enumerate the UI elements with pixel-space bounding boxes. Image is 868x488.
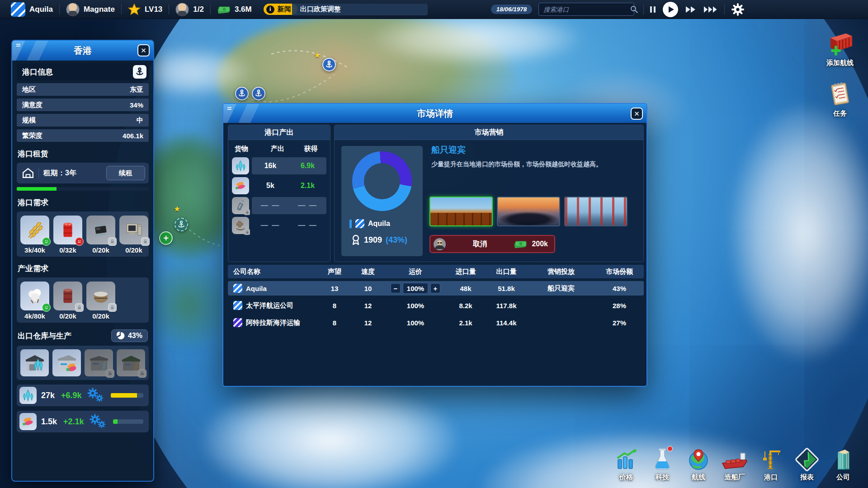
good-tile-microchip[interactable] (86, 216, 115, 244)
port-anchor-marker[interactable] (252, 87, 265, 100)
add-route-button[interactable]: 添加航线 (819, 30, 861, 67)
news-badge-label: 新闻 (278, 5, 291, 14)
output-row-bottle: — —— — (228, 196, 330, 216)
port-upgrade-marker[interactable]: + (159, 231, 173, 245)
managers-widget[interactable]: 1/2 (175, 3, 204, 16)
close-icon[interactable]: ✕ (631, 108, 643, 120)
divider (643, 5, 644, 14)
company-widget[interactable]: Aquila (0, 2, 53, 17)
dialog-header[interactable]: 市场详情 ✕ (223, 104, 646, 123)
campaign-title: 船只迎宾 (431, 144, 466, 156)
close-icon[interactable]: ✕ (137, 44, 150, 56)
port-anchor-marker[interactable] (235, 87, 249, 100)
marketing-header: 市场营销 (335, 125, 643, 140)
top-bar: Aquila Magnate LV13 1/2 3.6M i 新闻 出口政策调整… (0, 0, 868, 19)
renew-lease-button[interactable]: 续租 (106, 166, 145, 180)
production-gears-icon[interactable] (89, 414, 107, 429)
chart-legend: Aquila (349, 219, 390, 228)
bottom-toolbar: 价格 科技 航线 造船厂 (611, 448, 858, 482)
output-row-crystal: 16k6.9k (228, 156, 330, 176)
search-icon[interactable] (630, 5, 638, 13)
campaign-image-containers[interactable] (429, 197, 493, 226)
lease-term: 租期：3年 (43, 169, 102, 178)
drag-handle-icon[interactable] (16, 44, 20, 47)
toolbar-label: 报表 (792, 473, 822, 482)
happy-badge-icon (42, 237, 51, 246)
wheat-icon (25, 220, 45, 240)
industry-demand-box: 4k/80k 0/20k (17, 277, 149, 323)
legend-color-bar (349, 220, 352, 228)
tasks-label: 任务 (819, 109, 861, 118)
market-share-card: Aquila 1909 (43%) (341, 146, 423, 256)
rank-widget[interactable]: Magnate (66, 3, 115, 16)
market-share-donut-chart (352, 151, 412, 211)
good-tile-wheat[interactable] (20, 216, 49, 244)
toolbar-label: 造船厂 (720, 473, 750, 482)
toolbar-routes[interactable]: 航线 (684, 448, 713, 482)
divider (210, 5, 211, 14)
good-tile-computer[interactable] (119, 216, 148, 244)
port-anchor-marker[interactable] (322, 58, 336, 71)
company-logo-icon (355, 219, 364, 228)
output-columns: 货物产出获得 (228, 140, 330, 156)
good-tile-cotton[interactable] (20, 282, 49, 310)
building-textile-factory[interactable] (52, 349, 81, 376)
campaign-image-cranes[interactable] (564, 197, 627, 226)
export-section-label: 出口仓库与生产 (18, 331, 71, 341)
drag-handle-icon[interactable] (227, 107, 231, 110)
toolbar-prices[interactable]: 价格 (611, 448, 641, 482)
industry-demand-section-label: 产业需求 (18, 263, 148, 274)
toolbar-tech[interactable]: 科技 (647, 448, 677, 482)
toolbar-ports[interactable]: 港口 (756, 448, 786, 482)
good-tile-oil-barrel[interactable] (53, 216, 82, 244)
good-tile-oil-barrel[interactable] (53, 282, 82, 310)
play-button[interactable] (663, 2, 678, 17)
toolbar-shipyard[interactable]: 造船厂 (720, 448, 750, 482)
port-output-box: 港口产出 货物产出获得 16k6.9k 5k2.1k — —— — (228, 125, 330, 262)
table-row-aquila[interactable]: Aquila 13 10 − 100% + 48k 51.8k 船只迎宾 43% (228, 281, 644, 296)
price-decrease-button[interactable]: − (391, 283, 401, 293)
play-icon (669, 6, 674, 13)
building-crystal-warehouse[interactable] (20, 349, 49, 376)
demand-value: 4k/80k (20, 312, 49, 320)
building-locked[interactable] (85, 349, 113, 376)
export-percent-button[interactable]: 43% (111, 329, 148, 342)
good-tile-food-bowl[interactable] (86, 282, 115, 310)
crystal-icon (232, 157, 249, 174)
computer-icon (124, 220, 144, 240)
production-gears-icon[interactable] (86, 388, 104, 403)
building-locked[interactable] (117, 349, 145, 376)
cloud (373, 11, 581, 66)
campaign-image-ship-sunset[interactable] (497, 197, 560, 226)
fastest-forward-button[interactable] (703, 6, 718, 13)
money-widget[interactable]: 3.6M (217, 5, 252, 14)
search-input[interactable] (539, 6, 630, 13)
toolbar-company[interactable]: 公司 (828, 448, 858, 482)
price-increase-button[interactable]: + (430, 283, 440, 293)
warehouse-icon (22, 168, 34, 178)
settings-gear-icon[interactable] (731, 3, 745, 16)
fast-forward-button[interactable] (685, 6, 696, 13)
table-row-pacific-shipping[interactable]: 太平洋航运公司 8 12 100% 8.2k 117.8k 28% (228, 298, 644, 313)
tasks-button[interactable]: 任务 (819, 80, 861, 118)
port-anchor-marker-dashed[interactable] (175, 218, 188, 231)
port-panel-header[interactable]: 香港 ✕ (12, 41, 153, 61)
level-widget[interactable]: LV13 (128, 3, 162, 16)
toolbar-label: 公司 (828, 473, 858, 482)
lock-badge-icon (244, 229, 250, 235)
shipyard-ship-icon (721, 448, 749, 471)
price-value: 100% (403, 283, 428, 294)
table-row-atlas-ocean[interactable]: 阿特拉斯海洋运输 8 12 100% 2.1k 114.4k 27% (228, 315, 644, 330)
dialog-title: 市场详情 (417, 108, 453, 120)
pause-button[interactable] (650, 6, 656, 13)
toolbar-reports[interactable]: 报表 (792, 448, 822, 482)
demand-value: 0/20k (86, 246, 115, 254)
enter-port-button[interactable] (133, 65, 146, 79)
news-ticker[interactable]: 出口政策调整 (292, 4, 428, 15)
demand-value: 0/20k (119, 246, 148, 254)
cancel-campaign-button[interactable]: 取消 200k (429, 235, 555, 253)
table-header: 公司名称声望速度运价进口量出口量营销投放市场份额 (228, 265, 644, 278)
port-stat-row: 繁荣度406.1k (17, 129, 149, 142)
lock-badge-icon (75, 303, 84, 312)
output-row-textile: 5k2.1k (228, 176, 330, 196)
